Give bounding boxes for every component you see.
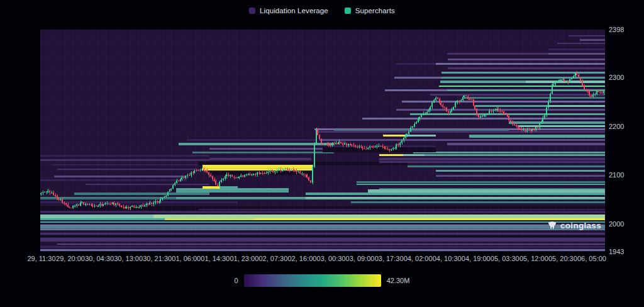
candle-body: [328, 144, 329, 145]
liquidation-band: [439, 86, 605, 87]
candle-body: [167, 192, 169, 196]
candle-body: [464, 96, 465, 97]
candle-body: [81, 202, 82, 203]
candle-body: [157, 201, 158, 203]
candle-body: [446, 108, 447, 111]
candle-body: [194, 170, 195, 173]
liquidation-heatmap-plot[interactable]: coinglass: [40, 30, 605, 252]
candle-body: [535, 127, 536, 130]
candle-body: [312, 167, 313, 182]
candle-body: [592, 94, 594, 97]
candle-body: [437, 98, 438, 99]
colorbar-gradient: [244, 274, 381, 287]
liquidation-band: [357, 184, 605, 186]
candle-body: [246, 174, 247, 175]
candle-body: [40, 193, 42, 194]
liquidation-band: [40, 221, 605, 223]
candle-body: [564, 79, 565, 81]
candle-body: [174, 183, 175, 185]
candle-body: [89, 204, 90, 205]
candle-body: [94, 206, 95, 207]
candle-body: [308, 177, 309, 181]
candle-body: [485, 114, 486, 115]
candle-body: [215, 181, 216, 184]
liquidation-band: [153, 215, 605, 218]
candle-body: [274, 171, 275, 172]
candle-body: [603, 91, 604, 92]
liquidation-band: [408, 165, 605, 167]
candle-body: [69, 207, 70, 208]
liquidation-band: [475, 105, 548, 107]
candle-body: [226, 174, 227, 176]
candle-body: [206, 170, 208, 172]
price-tick-label: 2398: [609, 26, 624, 33]
candle-body: [533, 129, 535, 130]
liquidation-band: [40, 249, 605, 251]
candle-body: [478, 115, 479, 117]
candle-body: [514, 125, 515, 126]
liquidation-band: [383, 135, 406, 137]
time-tick-label: 04, 10:30: [433, 255, 462, 262]
candle-body: [115, 203, 116, 204]
candle-body: [47, 191, 48, 192]
legend-item-supercharts[interactable]: Supercharts: [345, 7, 395, 14]
legend-item-liquidation-leverage[interactable]: Liquidation Leverage: [249, 7, 328, 14]
candle-body: [597, 91, 599, 92]
candle-body: [170, 189, 172, 189]
candle-body: [510, 120, 511, 121]
candle-body: [499, 111, 501, 111]
candle-body: [136, 207, 138, 208]
liquidation-band: [430, 94, 605, 96]
candle-body: [285, 169, 286, 169]
candle-body: [508, 116, 509, 120]
candle-body: [113, 203, 114, 204]
time-tick-label: 01, 14:30: [201, 255, 230, 262]
candle-body: [394, 148, 396, 148]
candle-body: [196, 170, 197, 171]
candle-body: [465, 96, 467, 96]
candle-body: [181, 177, 182, 179]
candle-body: [501, 111, 502, 112]
candle-body: [267, 172, 269, 173]
candle-body: [103, 204, 104, 206]
candle-body: [225, 176, 226, 179]
candle-body: [83, 202, 84, 204]
candle-body: [282, 170, 283, 171]
candle-body: [46, 192, 47, 193]
candle-body: [130, 207, 131, 209]
liquidation-band: [52, 164, 204, 166]
candle-body: [238, 177, 240, 177]
candle-body: [260, 173, 261, 174]
candle-body: [497, 109, 499, 111]
candle-body: [555, 82, 556, 84]
liquidation-band: [394, 77, 441, 79]
candle-body: [405, 135, 406, 138]
candle-body: [423, 114, 424, 115]
candle-body: [380, 146, 381, 147]
time-tick-label: 03, 09:00: [346, 255, 375, 262]
candle-body: [108, 203, 109, 204]
candle-body: [442, 105, 443, 106]
candle-body: [49, 191, 50, 193]
liquidation-band: [580, 39, 605, 41]
candle-body: [301, 174, 303, 174]
liquidation-band: [187, 139, 317, 141]
time-axis[interactable]: 29, 11:3029, 20:0030, 04:3030, 13:0030, …: [0, 254, 644, 264]
candle-body: [96, 206, 97, 206]
candle-body: [439, 99, 440, 103]
liquidation-band: [548, 105, 605, 107]
candle-body: [408, 131, 409, 133]
candle-body: [428, 109, 430, 112]
candle-body: [138, 207, 140, 208]
candle-body: [144, 205, 145, 206]
candle-body: [104, 203, 106, 204]
candle-body: [121, 206, 122, 207]
liquidation-band: [385, 89, 447, 91]
candle-body: [397, 144, 399, 145]
candle-body: [594, 94, 596, 95]
candle-body: [199, 170, 201, 170]
candle-body: [60, 199, 61, 200]
candle-body: [425, 114, 426, 114]
candle-body: [123, 207, 124, 208]
price-axis[interactable]: 239823002200210020001943: [609, 0, 644, 264]
